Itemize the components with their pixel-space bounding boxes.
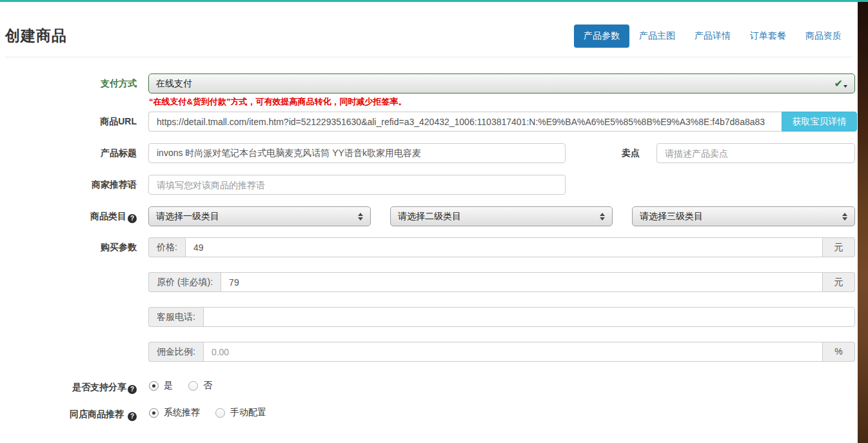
category-level3-value: 请选择三级类目 bbox=[640, 211, 703, 222]
select-stepper-icon bbox=[842, 213, 847, 221]
category-level3-select[interactable]: 请选择三级类目 bbox=[632, 206, 855, 226]
purchase-params-label: 购买参数 bbox=[0, 242, 137, 253]
price-addon-label: 价格: bbox=[148, 237, 185, 257]
top-accent-bar bbox=[0, 0, 868, 2]
category-level2-select[interactable]: 请选择二级类目 bbox=[390, 206, 613, 226]
same-store-option-system[interactable]: 系统推荐 bbox=[149, 407, 200, 418]
payment-valid-indicator bbox=[834, 77, 847, 90]
tab-nav: 产品参数 产品主图 产品详情 订单套餐 商品资质 bbox=[574, 25, 851, 48]
share-support-label-text: 是否支持分享 bbox=[72, 382, 126, 392]
selling-point-input[interactable] bbox=[656, 143, 855, 163]
category-level1-select[interactable]: 请选择一级类目 bbox=[148, 206, 371, 226]
same-store-recommend-label-text: 同店商品推荐 bbox=[70, 409, 124, 419]
original-price-addon-label: 原价 (非必填): bbox=[148, 272, 221, 292]
product-url-row: 商品URL 获取宝贝详情 bbox=[0, 112, 858, 133]
fetch-item-detail-button[interactable]: 获取宝贝详情 bbox=[782, 112, 857, 132]
commission-row: 佣金比例: % bbox=[0, 342, 858, 363]
service-phone-row: 客服电话: bbox=[0, 307, 858, 328]
payment-method-value: 在线支付 bbox=[156, 78, 192, 90]
price-unit-label: 元 bbox=[823, 237, 855, 257]
tab-order-package[interactable]: 订单套餐 bbox=[740, 25, 796, 48]
price-input[interactable] bbox=[185, 237, 823, 257]
commission-input-group: 佣金比例: % bbox=[148, 342, 855, 362]
product-title-input[interactable] bbox=[148, 143, 566, 163]
same-store-option-manual-label: 手动配置 bbox=[230, 407, 266, 418]
original-price-unit-label: 元 bbox=[823, 272, 855, 292]
payment-method-row: 支付方式 在线支付 bbox=[0, 74, 858, 95]
service-phone-addon-label: 客服电话: bbox=[148, 307, 203, 327]
share-option-no-label: 否 bbox=[203, 380, 212, 391]
original-price-input[interactable] bbox=[221, 272, 823, 292]
tab-product-params[interactable]: 产品参数 bbox=[574, 25, 629, 48]
chevron-down-icon bbox=[843, 85, 847, 88]
payment-method-select[interactable]: 在线支付 bbox=[148, 74, 855, 94]
commission-addon-label: 佣金比例: bbox=[148, 342, 203, 362]
header-divider bbox=[5, 57, 853, 57]
product-url-input[interactable] bbox=[148, 112, 782, 132]
select-stepper-icon bbox=[600, 213, 605, 221]
tab-product-qualification[interactable]: 商品资质 bbox=[796, 25, 851, 48]
merchant-recommendation-row: 商家推荐语 bbox=[0, 175, 858, 196]
select-stepper-icon bbox=[358, 213, 363, 221]
share-radio-group: 是 否 bbox=[149, 380, 212, 391]
merchant-recommendation-input[interactable] bbox=[148, 175, 566, 195]
category-label: 商品类目 bbox=[0, 211, 137, 223]
category-help-icon[interactable] bbox=[128, 214, 137, 223]
share-help-icon[interactable] bbox=[128, 385, 137, 394]
payment-help-text: “在线支付&货到付款”方式，可有效提高商品转化，同时减少拒签率。 bbox=[149, 96, 406, 108]
merchant-recommendation-label: 商家推荐语 bbox=[0, 179, 137, 191]
radio-unselected-icon[interactable] bbox=[188, 381, 198, 391]
commission-unit-label: % bbox=[823, 342, 855, 362]
same-store-recommend-row: 同店商品推荐 系统推荐 手动配置 bbox=[0, 404, 858, 426]
selling-point-label: 卖点 bbox=[580, 148, 640, 159]
category-row: 商品类目 请选择一级类目 请选择二级类目 请选择三级类目 bbox=[0, 206, 858, 228]
radio-unselected-icon[interactable] bbox=[215, 408, 225, 418]
radio-selected-icon[interactable] bbox=[149, 408, 159, 418]
product-title-row: 产品标题 卖点 bbox=[0, 143, 858, 164]
share-option-no[interactable]: 否 bbox=[188, 380, 212, 391]
payment-method-label: 支付方式 bbox=[0, 78, 137, 90]
same-store-help-icon[interactable] bbox=[128, 412, 137, 421]
share-option-yes-label: 是 bbox=[164, 380, 173, 391]
desktop-background-strip bbox=[858, 2, 868, 443]
same-store-radio-group: 系统推荐 手动配置 bbox=[149, 407, 266, 418]
service-phone-input[interactable] bbox=[203, 307, 855, 327]
category-level1-value: 请选择一级类目 bbox=[156, 211, 219, 222]
same-store-recommend-label: 同店商品推荐 bbox=[0, 409, 137, 421]
share-support-label: 是否支持分享 bbox=[0, 382, 137, 394]
commission-input[interactable] bbox=[203, 342, 823, 362]
price-row: 购买参数 价格: 元 bbox=[0, 237, 858, 259]
category-level2-value: 请选择二级类目 bbox=[398, 211, 461, 222]
product-url-label: 商品URL bbox=[0, 116, 137, 128]
check-success-icon bbox=[834, 77, 843, 90]
original-price-row: 原价 (非必填): 元 bbox=[0, 272, 858, 293]
same-store-option-manual[interactable]: 手动配置 bbox=[215, 407, 266, 418]
product-url-group: 获取宝贝详情 bbox=[148, 112, 857, 132]
page-title: 创建商品 bbox=[5, 26, 67, 46]
tab-product-detail[interactable]: 产品详情 bbox=[685, 25, 740, 48]
original-price-input-group: 原价 (非必填): 元 bbox=[148, 272, 855, 292]
share-support-row: 是否支持分享 是 否 bbox=[0, 377, 858, 399]
radio-selected-icon[interactable] bbox=[149, 381, 159, 391]
price-input-group: 价格: 元 bbox=[148, 237, 855, 257]
share-option-yes[interactable]: 是 bbox=[149, 380, 173, 391]
tab-product-main-image[interactable]: 产品主图 bbox=[629, 25, 685, 48]
product-title-label: 产品标题 bbox=[0, 148, 137, 159]
service-phone-input-group: 客服电话: bbox=[148, 307, 855, 327]
category-label-text: 商品类目 bbox=[90, 211, 126, 221]
same-store-option-system-label: 系统推荐 bbox=[164, 407, 200, 418]
